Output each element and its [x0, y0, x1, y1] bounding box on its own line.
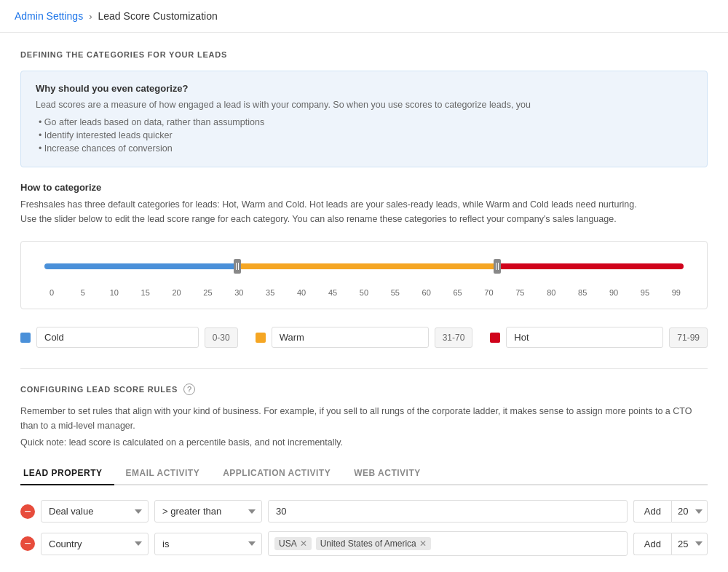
tab-web-activity[interactable]: WEB ACTIVITY: [342, 462, 432, 485]
breadcrumb-separator: ›: [89, 11, 92, 22]
info-box-list: Go after leads based on data, rather tha…: [36, 116, 692, 155]
tab-email-activity[interactable]: EMAIL ACTIVITY: [114, 462, 212, 485]
slider-label-25: 25: [200, 288, 215, 297]
tag-usa: USA ✕: [274, 537, 312, 550]
slider-label-55: 55: [388, 288, 403, 297]
category-cold-input[interactable]: [36, 327, 199, 348]
remove-rule-2-button[interactable]: [20, 536, 35, 551]
slider-label-50: 50: [357, 288, 371, 297]
configure-desc: Remember to set rules that align with yo…: [20, 404, 708, 433]
slider-label-75: 75: [513, 288, 527, 297]
slider-label-65: 65: [451, 288, 465, 297]
category-warm-range: 31-70: [435, 327, 473, 348]
slider-handle-right[interactable]: [494, 259, 501, 274]
rule-2-score-select[interactable]: 25 10 20 30: [671, 533, 708, 555]
remove-rule-1-button[interactable]: [20, 504, 35, 519]
category-hot-range: 71-99: [669, 327, 708, 348]
slider-label-45: 45: [325, 288, 340, 297]
slider-label-70: 70: [481, 288, 496, 297]
info-box-title: Why should you even categorize?: [36, 83, 692, 94]
info-bullet-1: Go after leads based on data, rather tha…: [39, 116, 692, 129]
track-cold: [44, 263, 234, 269]
rule-row-1: Deal value Country Industry Job title > …: [20, 500, 708, 523]
info-box: Why should you even categorize? Lead sco…: [20, 71, 708, 167]
track-hot: [501, 263, 684, 269]
configure-note: Quick note: lead score is calculated on …: [20, 437, 708, 448]
category-warm-input[interactable]: [272, 327, 429, 348]
rule-row-2: Country Deal value Industry Job title is…: [20, 531, 708, 556]
rule-1-score-select[interactable]: 20 10 30 40 50: [671, 500, 708, 523]
rule-1-add-wrapper: Add 20 10 30 40 50: [633, 500, 708, 523]
slider-container: 0 5 10 15 20 25 30 35 40 45 50 55 60 65 …: [20, 241, 708, 309]
how-to-title: How to categorize: [20, 182, 708, 193]
info-box-desc: Lead scores are a measure of how engaged…: [36, 100, 692, 110]
slider-label-99: 99: [669, 288, 684, 297]
configure-heading-row: CONFIGURING LEAD SCORE RULES ?: [20, 384, 708, 395]
slider-label-85: 85: [575, 288, 590, 297]
tabs-bar: LEAD PROPERTY EMAIL ACTIVITY APPLICATION…: [20, 462, 708, 485]
rule-2-tags-container[interactable]: USA ✕ United States of America ✕: [268, 531, 628, 556]
category-warm: 31-70: [256, 327, 473, 348]
help-icon[interactable]: ?: [183, 384, 195, 395]
slider-handle-left[interactable]: [234, 259, 241, 274]
breadcrumb-parent[interactable]: Admin Settings: [15, 10, 83, 22]
category-hot-input[interactable]: [506, 327, 663, 348]
how-to-desc: Freshsales has three default categories …: [20, 197, 708, 226]
track-warm: [241, 263, 494, 269]
configure-heading: CONFIGURING LEAD SCORE RULES: [20, 385, 178, 394]
slider-label-15: 15: [138, 288, 153, 297]
rule-1-property-select[interactable]: Deal value Country Industry Job title: [41, 500, 149, 523]
info-bullet-2: Identify interested leads quicker: [39, 129, 692, 142]
slider-label-80: 80: [544, 288, 558, 297]
tab-application-activity[interactable]: APPLICATION ACTIVITY: [211, 462, 342, 485]
category-cold-range: 0-30: [205, 327, 238, 348]
category-cold-color: [20, 333, 31, 343]
section-divider: [20, 368, 708, 369]
slider-label-0: 0: [44, 288, 59, 297]
tag-usa-label: USA: [279, 539, 297, 549]
slider-label-20: 20: [170, 288, 184, 297]
info-bullet-3: Increase chances of conversion: [39, 142, 692, 155]
slider-label-60: 60: [419, 288, 434, 297]
rule-1-value-input[interactable]: [268, 500, 628, 523]
category-hot-color: [490, 333, 500, 343]
rule-2-property-select[interactable]: Country Deal value Industry Job title: [41, 533, 149, 555]
slider-label-40: 40: [294, 288, 309, 297]
breadcrumb: Admin Settings › Lead Score Customizatio…: [0, 0, 728, 33]
tag-united-states-label: United States of America: [320, 539, 416, 549]
tag-united-states: United States of America ✕: [316, 537, 431, 550]
tag-united-states-close[interactable]: ✕: [419, 539, 427, 548]
category-cold: 0-30: [20, 327, 238, 348]
tab-lead-property[interactable]: LEAD PROPERTY: [20, 462, 114, 485]
breadcrumb-current: Lead Score Customization: [98, 10, 218, 22]
categories-heading: DEFINING THE CATEGORIES FOR YOUR LEADS: [20, 50, 708, 59]
slider-label-90: 90: [606, 288, 621, 297]
slider-label-35: 35: [263, 288, 277, 297]
category-hot: 71-99: [490, 327, 708, 348]
categories-row: 0-30 31-70 71-99: [20, 327, 708, 348]
rule-2-add-button[interactable]: Add: [633, 533, 671, 555]
slider-labels: 0 5 10 15 20 25 30 35 40 45 50 55 60 65 …: [44, 284, 684, 297]
rule-1-operator-select[interactable]: > greater than < less than = equals is: [154, 500, 262, 523]
tag-usa-close[interactable]: ✕: [300, 539, 307, 548]
slider-track-wrapper[interactable]: [44, 263, 684, 278]
rule-2-add-wrapper: Add 25 10 20 30: [633, 533, 708, 555]
slider-label-30: 30: [232, 288, 246, 297]
slider-label-95: 95: [638, 288, 652, 297]
rule-1-add-button[interactable]: Add: [633, 500, 671, 523]
rule-2-operator-select[interactable]: is > greater than < less than = equals: [154, 533, 262, 555]
category-warm-color: [256, 333, 266, 343]
slider-label-10: 10: [107, 288, 122, 297]
slider-track: [44, 263, 684, 269]
slider-label-5: 5: [76, 288, 90, 297]
